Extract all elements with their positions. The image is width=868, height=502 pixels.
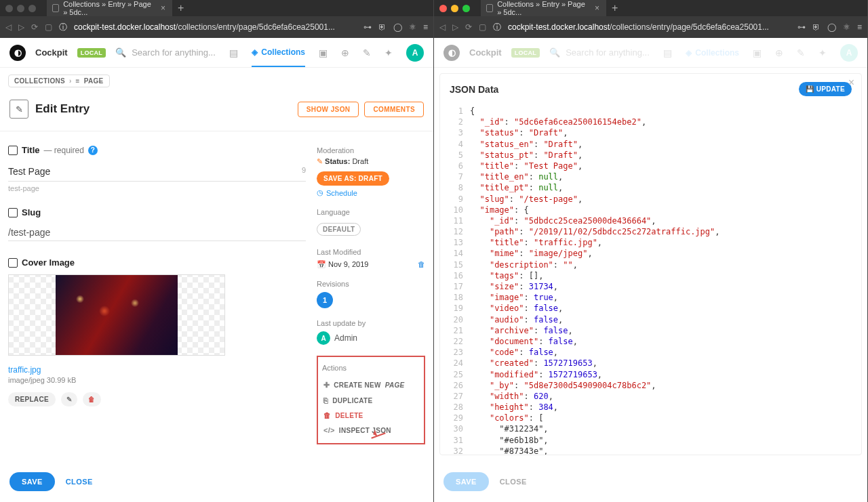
delete-image-icon[interactable]: 🗑 <box>83 392 100 406</box>
action-duplicate[interactable]: ⎘DUPLICATE <box>322 393 420 408</box>
clock-icon: ◷ <box>317 188 323 197</box>
globe-icon: ⊕ <box>775 47 783 58</box>
lock-icon: ⓘ <box>59 22 67 33</box>
cover-filename[interactable]: traffic.jpg <box>8 365 225 375</box>
shield-icon[interactable]: ⛨ <box>378 22 387 32</box>
dashboard-icon: ▤ <box>663 47 672 58</box>
cover-image <box>56 275 178 355</box>
pencil-icon[interactable]: ✎ <box>317 157 323 165</box>
url-text[interactable]: cockpit-test.docker.localhost/collection… <box>508 22 791 32</box>
search-placeholder: Search for anything... <box>132 47 216 58</box>
app-name: Cockpit <box>35 47 68 58</box>
app-header: ◐ Cockpit LOCAL 🔍 Search for anything...… <box>0 38 433 68</box>
revision-count[interactable]: 1 <box>317 292 333 308</box>
new-tab-button[interactable]: + <box>606 2 623 14</box>
close-button[interactable]: CLOSE <box>500 478 527 486</box>
nav-collections[interactable]: ◈Collections <box>252 39 305 67</box>
action-delete[interactable]: 🗑DELETE <box>322 408 420 423</box>
update-button[interactable]: 💾UPDATE <box>799 82 852 96</box>
logo: ◐ <box>443 45 460 61</box>
code-icon: </> <box>323 426 335 434</box>
traffic-light-max[interactable] <box>28 5 36 12</box>
new-tab-button[interactable]: + <box>172 2 189 14</box>
reload-icon[interactable]: ⟳ <box>31 22 38 32</box>
user-avatar[interactable]: A <box>406 44 424 62</box>
back-icon[interactable]: ◁ <box>5 22 12 32</box>
language-select[interactable]: DEFAULT <box>317 223 361 236</box>
action-create-new[interactable]: ✚CREATE NEW PAGE <box>322 377 420 393</box>
back-icon[interactable]: ◁ <box>439 22 446 32</box>
traffic-light-max[interactable] <box>462 5 470 12</box>
title-hint: test-page <box>8 182 306 207</box>
traffic-light-min[interactable] <box>17 5 24 12</box>
close-tab-icon[interactable]: × <box>595 3 599 13</box>
key-icon[interactable]: ⊶ <box>363 22 372 32</box>
info-icon[interactable]: ? <box>88 146 98 155</box>
annotation-arrow <box>370 431 390 442</box>
global-search[interactable]: 🔍 Search for anything... <box>115 47 220 58</box>
forward-icon[interactable]: ▷ <box>452 22 458 32</box>
singletons-icon: ▣ <box>753 47 762 58</box>
actions-box: Actions ✚CREATE NEW PAGE ⎘DUPLICATE 🗑DEL… <box>317 356 425 444</box>
slug-value[interactable]: /test-page <box>8 224 306 241</box>
close-button[interactable]: CLOSE <box>66 478 93 486</box>
url-text[interactable]: cockpit-test.docker.localhost/collection… <box>74 22 357 32</box>
slug-label: Slug <box>8 207 306 217</box>
collections-icon: ◈ <box>252 47 258 57</box>
globe-icon[interactable]: ⊕ <box>341 47 349 58</box>
field-icon <box>8 146 18 155</box>
traffic-light-close[interactable] <box>439 5 447 12</box>
bookmark-icon[interactable]: ▢ <box>45 22 52 32</box>
revisions-heading: Revisions <box>317 280 425 288</box>
global-search: 🔍 Search for anything... <box>549 47 654 58</box>
reload-icon[interactable]: ⟳ <box>465 22 472 32</box>
cover-preview[interactable] <box>8 274 225 356</box>
logo[interactable]: ◐ <box>9 45 26 61</box>
page-title: Edit Entry <box>35 102 90 116</box>
addons-icon[interactable]: ✦ <box>384 47 393 58</box>
forward-icon[interactable]: ▷ <box>18 22 24 32</box>
comments-button[interactable]: COMMENTS <box>364 102 424 117</box>
singletons-icon[interactable]: ▣ <box>319 47 328 58</box>
edit-image-icon[interactable]: ✎ <box>61 392 77 406</box>
traffic-light-close[interactable] <box>5 5 13 12</box>
window-controls: Collections » Entry » Page » 5dc... × + <box>434 0 867 16</box>
addons-icon: ✦ <box>818 47 827 58</box>
close-tab-icon[interactable]: × <box>161 3 165 13</box>
menu-icon[interactable]: ≡ <box>423 22 428 32</box>
assets-icon[interactable]: ✎ <box>363 47 371 58</box>
window-controls: Collections » Entry » Page » 5dc... × + <box>0 0 433 16</box>
react-icon[interactable]: ⚛ <box>843 22 850 32</box>
key-icon[interactable]: ⊶ <box>797 22 806 32</box>
footer: SAVE CLOSE <box>0 461 433 502</box>
trash-icon: 🗑 <box>323 411 331 419</box>
status-row: ✎ Status: Draft <box>317 157 425 166</box>
react-icon[interactable]: ⚛ <box>409 22 416 32</box>
save-button[interactable]: SAVE <box>9 472 55 491</box>
bookmark-icon[interactable]: ▢ <box>479 22 486 32</box>
replace-button[interactable]: REPLACE <box>8 392 56 406</box>
ext-icon[interactable]: ◯ <box>827 22 836 32</box>
search-icon: 🔍 <box>549 47 560 58</box>
footer: SAVE CLOSE <box>434 461 867 502</box>
menu-icon[interactable]: ≡ <box>857 22 862 32</box>
env-badge: LOCAL <box>511 48 540 58</box>
schedule-link[interactable]: ◷Schedule <box>317 188 425 197</box>
save-as-button[interactable]: SAVE AS: DRAFT <box>317 171 389 186</box>
show-json-button[interactable]: SHOW JSON <box>298 102 359 117</box>
breadcrumb-pill[interactable]: COLLECTIONS› ≡ PAGE <box>8 75 110 87</box>
url-bar: ◁ ▷ ⟳ ▢ ⓘ cockpit-test.docker.localhost/… <box>434 16 867 38</box>
close-icon[interactable]: × <box>848 77 854 89</box>
lock-icon: ⓘ <box>493 22 501 33</box>
lastby-heading: Last update by <box>317 319 425 327</box>
shield-icon[interactable]: ⛨ <box>812 22 821 32</box>
app-header: ◐ Cockpit LOCAL 🔍 Search for anything...… <box>434 38 867 68</box>
ext-icon[interactable]: ◯ <box>393 22 402 32</box>
json-editor[interactable]: 1{2 "_id": "5dc6efa6cea250016154ebe2",3 … <box>446 103 856 455</box>
history-icon[interactable]: 🗑 <box>418 260 425 268</box>
tab-title: Collections » Entry » Page » 5dc... <box>497 0 591 16</box>
title-input[interactable]: Test Page <box>8 162 306 182</box>
moderation-heading: Moderation <box>317 146 425 154</box>
dashboard-icon[interactable]: ▤ <box>229 47 238 58</box>
traffic-light-min[interactable] <box>451 5 458 12</box>
